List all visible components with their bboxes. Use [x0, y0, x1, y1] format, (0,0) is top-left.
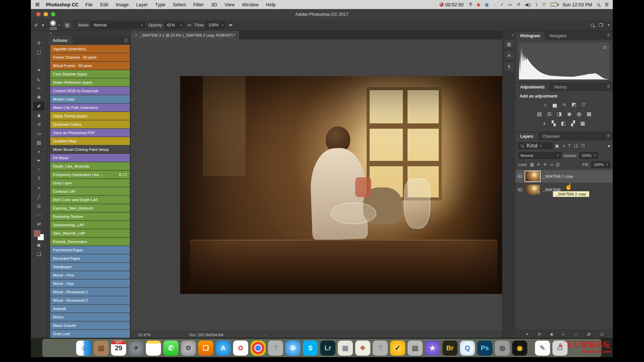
layer-visibility-icon[interactable]	[518, 188, 523, 191]
dock-photoshop[interactable]: Ps	[477, 341, 492, 356]
dock-chrome[interactable]	[251, 341, 266, 356]
opacity-select[interactable]: 61%▾	[165, 22, 184, 28]
brightness-contrast-icon[interactable]: ☼	[543, 102, 547, 108]
paragraph-panel-icon[interactable]: ¶	[504, 62, 514, 71]
action-item[interactable]: Express_Skin_Retouch	[50, 204, 130, 212]
levels-icon[interactable]: ▅	[553, 102, 557, 108]
creative-cloud-icon[interactable]: ◌	[493, 2, 496, 7]
dodge-tool[interactable]: ◖	[33, 147, 45, 156]
posterize-icon[interactable]: ▚	[552, 120, 556, 126]
dock-imovie[interactable]: ★	[425, 341, 440, 356]
layer-style-icon[interactable]: fx	[538, 332, 541, 337]
layer-opacity-select[interactable]: 100%▾	[579, 152, 598, 159]
action-item[interactable]: Quadrant Colors	[50, 120, 130, 128]
tab-histogram[interactable]: Histogram	[516, 32, 545, 40]
brush-preset-caret[interactable]: ▾	[40, 22, 46, 28]
menu-item[interactable]: Type	[155, 2, 165, 7]
action-item[interactable]: Portrait_Diomention	[50, 238, 130, 246]
action-item[interactable]: Sepia Toning (layer)	[50, 112, 130, 120]
layer-blend-mode-select[interactable]: Normal▾	[518, 152, 561, 159]
action-item[interactable]: Save as Photoshop PDF	[50, 129, 130, 137]
action-item[interactable]: Cast Shadow (type)	[50, 70, 130, 78]
apple-menu-icon[interactable]: ⌘	[35, 2, 40, 8]
panel-menu-icon[interactable]: ☰	[124, 38, 128, 43]
dock-notes[interactable]	[146, 341, 161, 356]
smudge-tool[interactable]: ☞	[33, 165, 45, 174]
dock-capture-one[interactable]: ◎	[495, 341, 510, 356]
action-item[interactable]: Gold Leaf	[50, 330, 130, 338]
vibrance-icon[interactable]: ▽	[582, 102, 586, 108]
action-item[interactable]: Sandpaper	[50, 263, 130, 271]
battery-icon[interactable]	[550, 3, 558, 6]
brush-preset-picker[interactable]: 1200 ▾	[49, 19, 60, 31]
close-document-icon[interactable]: ×	[135, 33, 137, 38]
menu-item[interactable]: 3D	[211, 2, 217, 7]
action-item[interactable]: Custom RGB to Grayscale	[50, 87, 130, 95]
new-layer-icon[interactable]: ⊞	[587, 332, 590, 337]
selective-color-icon[interactable]: ▞	[571, 120, 575, 126]
line-tool[interactable]: ╱	[33, 192, 45, 201]
volume-icon[interactable]: ◀))	[525, 2, 531, 7]
action-item[interactable]: Black Granite	[50, 321, 130, 329]
zoom-tool[interactable]: ◎	[33, 201, 45, 210]
spotlight-icon[interactable]	[597, 3, 600, 6]
photo-filter-icon[interactable]: ◉	[567, 111, 572, 117]
dock-contacts[interactable]: ▤	[94, 341, 109, 356]
threshold-icon[interactable]: ◧	[561, 120, 566, 126]
tab-history[interactable]: History	[549, 83, 571, 91]
printer-icon[interactable]: ▣	[485, 2, 489, 7]
action-item[interactable]: Wood - Rosewood 2	[50, 296, 130, 304]
tab-channels[interactable]: Channels	[538, 132, 565, 140]
filter-pixel-layers-icon[interactable]: ▣	[555, 143, 559, 148]
app-menu-photoshop[interactable]: Photoshop CC	[46, 2, 78, 7]
action-item[interactable]: Make Clip Path (selection)	[50, 104, 130, 112]
menu-item[interactable]: Image	[116, 2, 129, 7]
action-item[interactable]: Water Reflection (type)	[50, 78, 130, 86]
type-tool[interactable]: T	[33, 174, 45, 183]
tab-layers[interactable]: Layers	[516, 132, 538, 140]
dock-launchpad[interactable]: ✈	[128, 341, 144, 356]
lasso-tool[interactable]: ◌	[33, 56, 45, 65]
status-chevron-icon[interactable]: ›	[265, 333, 266, 337]
options-overflow-caret[interactable]: ▾	[608, 23, 609, 27]
layer-filter-toggle[interactable]: ●	[608, 144, 610, 148]
dock-missing-app-2[interactable]: ?	[373, 341, 388, 356]
dock-textedit[interactable]: ✎	[535, 341, 550, 356]
eraser-tool[interactable]: ▭	[33, 129, 45, 138]
layer-thumbnail[interactable]: ❐	[525, 185, 540, 195]
action-item[interactable]: Restoring Texture	[50, 213, 130, 221]
channel-mixer-icon[interactable]: ◍	[577, 111, 581, 117]
action-item[interactable]: Parchment Paper	[50, 246, 130, 254]
antivirus-check-icon[interactable]: ✓	[500, 2, 504, 7]
minimize-window-button[interactable]	[44, 12, 48, 16]
tab-navigator[interactable]: Navigator	[545, 32, 571, 40]
color-lookup-icon[interactable]: ▦	[587, 111, 591, 117]
dock-facetime[interactable]: ✇	[285, 341, 301, 356]
color-swatches[interactable]	[34, 230, 44, 240]
layer-mask-icon[interactable]: ◙	[550, 332, 553, 337]
lock-transparency-icon[interactable]: ▨	[530, 162, 534, 167]
menu-item[interactable]: Filter	[193, 2, 204, 7]
menu-item[interactable]: File	[85, 2, 93, 7]
display-arrow-icon[interactable]: ▭	[508, 2, 512, 7]
wifi-icon[interactable]: ▽	[542, 2, 546, 7]
menu-item[interactable]: Window	[242, 2, 259, 7]
toggle-brush-panel-icon[interactable]: ▤	[63, 21, 71, 29]
blend-mode-select[interactable]: Normal▾	[91, 22, 145, 28]
gradient-tool[interactable]: ▨	[33, 138, 45, 147]
libraries-panel-icon[interactable]: ▥	[504, 40, 514, 48]
dock-finder[interactable]: ☺	[76, 341, 91, 356]
eyedropper-tool[interactable]: ✑	[33, 83, 45, 93]
expand-panels-icon[interactable]: »	[512, 33, 514, 37]
action-item[interactable]: Bricks	[50, 313, 130, 321]
layer-name[interactable]: _S0A7556 2 copy	[543, 174, 573, 178]
layer-thumbnail[interactable]	[525, 171, 540, 181]
healing-brush-tool[interactable]: ✚	[33, 93, 45, 102]
foreground-color-swatch[interactable]	[34, 230, 40, 237]
filter-shape-layers-icon[interactable]: ❏	[574, 143, 578, 148]
menu-item[interactable]: Layer	[136, 2, 148, 7]
action-item[interactable]: Rich Color and Depth LAF	[50, 196, 130, 204]
filter-adjustment-layers-icon[interactable]: ◑	[562, 143, 565, 148]
quick-mask-button[interactable]: ◙	[33, 240, 45, 249]
action-item[interactable]: Contrast LAF	[50, 187, 130, 195]
